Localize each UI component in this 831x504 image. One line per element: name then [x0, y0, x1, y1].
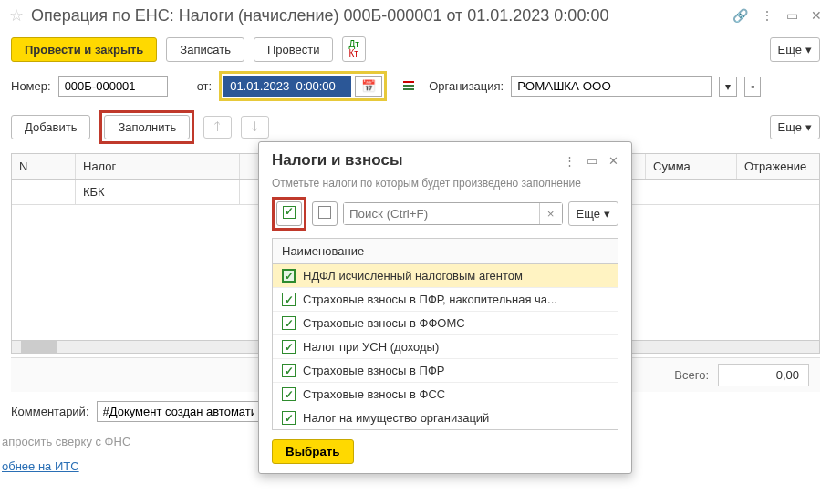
move-down-button[interactable]: 🡓 [241, 116, 269, 139]
check-all-button[interactable] [276, 201, 302, 226]
number-label: Номер: [11, 79, 51, 93]
popup-row[interactable]: ✓НДФЛ исчисленный налоговым агентом [273, 264, 618, 288]
org-open-icon[interactable]: ▫ [744, 77, 761, 97]
move-up-button[interactable]: 🡑 [203, 116, 232, 139]
taxes-popup: Налоги и взносы ⋮ ▭ ✕ Отметьте налоги по… [258, 141, 632, 474]
popup-row[interactable]: ✓Налог при УСН (доходы) [273, 335, 618, 359]
col-sum: Сумма [646, 154, 737, 179]
window-title: Операция по ЕНС: Налоги (начисление) 000… [31, 6, 725, 26]
popup-row[interactable]: ✓Страховые взносы в ПФР, накопительная ч… [273, 288, 618, 312]
col-n: N [12, 154, 76, 179]
popup-close-icon[interactable]: ✕ [608, 154, 618, 168]
close-icon[interactable]: ✕ [811, 8, 822, 23]
fill-button[interactable]: Заполнить [104, 115, 190, 139]
favorite-star-icon[interactable]: ☆ [9, 5, 24, 26]
popup-row[interactable]: ✓Страховые взносы в ФФОМС [273, 312, 618, 335]
popup-col-name: Наименование [273, 239, 618, 264]
popup-more-button[interactable]: Еще ▾ [568, 201, 618, 226]
checkbox-icon[interactable]: ✓ [282, 411, 296, 425]
restore-icon[interactable]: ▭ [786, 8, 798, 23]
popup-title: Налоги и взносы [272, 151, 556, 170]
popup-row-label: Налог на имущество организаций [303, 411, 608, 425]
add-button[interactable]: Добавить [11, 115, 90, 139]
popup-search-input[interactable] [344, 203, 539, 224]
search-clear-button[interactable]: × [539, 203, 562, 224]
totals-label: Всего: [674, 368, 709, 382]
table-more-button[interactable]: Еще ▾ [770, 115, 820, 139]
comment-label: Комментарий: [11, 405, 89, 418]
org-input[interactable] [511, 76, 712, 97]
date-input[interactable] [223, 76, 351, 97]
from-label: от: [197, 79, 213, 93]
more-button[interactable]: Еще ▾ [770, 37, 820, 62]
more-vert-icon[interactable]: ⋮ [761, 8, 774, 23]
popup-restore-icon[interactable]: ▭ [587, 154, 597, 168]
number-input[interactable] [58, 76, 168, 97]
post-button[interactable]: Провести [254, 37, 334, 62]
dtkt-button[interactable]: ДтКт [342, 36, 365, 62]
post-and-close-button[interactable]: Провести и закрыть [11, 37, 157, 62]
checkbox-icon[interactable]: ✓ [282, 340, 296, 354]
checkbox-icon[interactable]: ✓ [282, 387, 296, 401]
list-icon[interactable] [403, 81, 416, 92]
save-button[interactable]: Записать [166, 37, 244, 62]
checkbox-icon[interactable]: ✓ [282, 293, 296, 306]
uncheck-all-button[interactable] [312, 201, 338, 226]
popup-row[interactable]: ✓Страховые взносы в ПФР [273, 359, 618, 383]
org-label: Организация: [429, 79, 504, 93]
popup-subtitle: Отметьте налоги по которым будет произве… [259, 173, 631, 197]
popup-row[interactable]: ✓Налог на имущество организаций [273, 406, 618, 429]
checkbox-icon[interactable]: ✓ [282, 269, 296, 283]
popup-row[interactable]: ✓Страховые взносы в ФСС [273, 383, 618, 406]
popup-row-label: Страховые взносы в ФСС [303, 387, 608, 401]
popup-row-label: Налог при УСН (доходы) [303, 340, 608, 354]
popup-row-label: Страховые взносы в ФФОМС [303, 316, 608, 330]
calendar-icon[interactable]: 📅 [355, 76, 382, 97]
popup-row-label: Страховые взносы в ПФР [303, 364, 608, 377]
col-tax: Налог [76, 154, 240, 179]
totals-value: 0,00 [718, 364, 809, 386]
col-reflect: Отражение [737, 154, 819, 179]
link-icon[interactable]: 🔗 [732, 8, 748, 23]
org-dropdown-icon[interactable]: ▾ [719, 77, 737, 97]
checkbox-icon[interactable]: ✓ [282, 364, 296, 377]
comment-input[interactable] [97, 401, 261, 422]
sub-kbk: КБК [76, 180, 240, 204]
popup-row-label: НДФЛ исчисленный налоговым агентом [303, 269, 608, 283]
select-button[interactable]: Выбрать [272, 439, 354, 464]
checkbox-icon[interactable]: ✓ [282, 316, 296, 330]
popup-row-label: Страховые взносы в ПФР, накопительная ча… [303, 293, 608, 306]
popup-more-icon[interactable]: ⋮ [564, 154, 576, 168]
